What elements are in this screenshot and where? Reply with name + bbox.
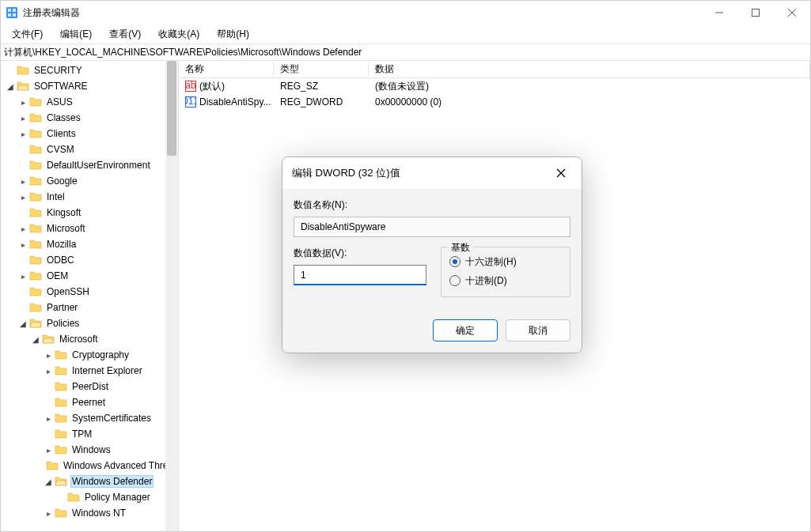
base-label: 基数 (448, 241, 473, 255)
tree-item[interactable]: ▸Windows Advanced Threat Protection (1, 458, 178, 474)
chevron-right-icon[interactable]: ▸ (17, 98, 29, 107)
chevron-down-icon[interactable]: ◢ (29, 335, 42, 344)
close-button[interactable] (774, 1, 810, 25)
chevron-right-icon[interactable]: ▸ (42, 446, 55, 455)
folder-icon (55, 443, 67, 456)
maximize-button[interactable] (737, 1, 774, 25)
chevron-down-icon[interactable]: ◢ (4, 82, 17, 91)
tree-item[interactable]: ▸Microsoft (1, 221, 178, 236)
tree-label: Classes (45, 112, 82, 123)
tree-label: Intel (45, 191, 66, 202)
tree-item[interactable]: ▸Kingsoft (1, 205, 178, 221)
tree-item[interactable]: ▸CVSM (1, 141, 178, 157)
chevron-right-icon[interactable]: ▸ (17, 272, 29, 281)
tree-item[interactable]: ▸PeerDist (1, 379, 178, 394)
tree-item[interactable]: ▸Mozilla (1, 236, 178, 252)
chevron-down-icon[interactable]: ◢ (42, 477, 55, 486)
chevron-right-icon[interactable]: ▸ (42, 509, 55, 518)
menu-item-4[interactable]: 帮助(H) (214, 26, 252, 43)
tree-item[interactable]: ▸OpenSSH (1, 284, 178, 300)
chevron-right-icon[interactable]: ▸ (42, 351, 55, 360)
value-name-field: DisableAntiSpyware (294, 217, 570, 237)
chevron-right-icon[interactable]: ▸ (42, 367, 55, 375)
tree-item[interactable]: ▸Google (1, 173, 178, 189)
tree-item[interactable]: ▸TPM (1, 426, 178, 442)
col-data[interactable]: 数据 (369, 61, 810, 77)
scrollbar-thumb[interactable] (167, 61, 176, 156)
chevron-right-icon[interactable]: ▸ (17, 193, 29, 202)
tree-item[interactable]: ▸Classes (1, 110, 178, 126)
chevron-right-icon[interactable]: ▸ (17, 240, 29, 249)
tree-item[interactable]: ▸Policy Manager (1, 489, 178, 505)
tree-item[interactable]: ◢Windows Defender (1, 474, 178, 489)
menu-item-1[interactable]: 编辑(E) (57, 26, 95, 43)
ok-button[interactable]: 确定 (433, 319, 498, 341)
tree-item[interactable]: ▸SystemCertificates (1, 410, 178, 426)
list-item[interactable]: ab(默认)REG_SZ(数值未设置) (179, 78, 810, 94)
edit-dword-dialog: 编辑 DWORD (32 位)值 数值名称(N): DisableAntiSpy… (282, 157, 582, 353)
tree-item[interactable]: ▸Internet Explorer (1, 363, 178, 379)
tree-label: SystemCertificates (70, 413, 153, 424)
chevron-right-icon[interactable]: ▸ (17, 130, 29, 138)
chevron-right-icon[interactable]: ▸ (17, 177, 29, 186)
chevron-right-icon[interactable]: ▸ (17, 224, 29, 233)
tree-label: SOFTWARE (32, 81, 89, 92)
minimize-button[interactable] (701, 1, 737, 25)
value-data-input[interactable] (294, 265, 426, 285)
radio-dec[interactable]: 十进制(D) (449, 271, 562, 290)
tree-item[interactable]: ◢SOFTWARE (1, 78, 178, 94)
value-data-label: 数值数据(V): (294, 247, 426, 260)
tree-label: ODBC (45, 255, 76, 266)
tree-item[interactable]: ▸Intel (1, 189, 178, 205)
folder-icon (55, 412, 67, 424)
tree-item[interactable]: ▸DefaultUserEnvironment (1, 157, 178, 173)
tree-panel[interactable]: ▸SECURITY◢SOFTWARE▸ASUS▸Classes▸Clients▸… (1, 61, 179, 531)
folder-icon (55, 349, 67, 361)
col-name[interactable]: 名称 (179, 61, 274, 77)
scrollbar-vertical[interactable] (165, 61, 178, 531)
chevron-right-icon[interactable]: ▸ (17, 114, 29, 123)
tree-item[interactable]: ▸OEM (1, 268, 178, 284)
tree-label: Windows Advanced Threat Protection (62, 460, 179, 471)
list-item[interactable]: 011DisableAntiSpy...REG_DWORD0x00000000 … (179, 94, 810, 110)
folder-icon (29, 270, 42, 282)
menu-item-2[interactable]: 查看(V) (106, 26, 144, 43)
titlebar: 注册表编辑器 (1, 1, 810, 25)
radio-hex[interactable]: 十六进制(H) (449, 252, 562, 271)
address-bar[interactable]: 计算机\HKEY_LOCAL_MACHINE\SOFTWARE\Policies… (1, 43, 810, 61)
tree-label: Peernet (70, 397, 107, 408)
tree-item[interactable]: ◢Policies (1, 315, 178, 331)
cancel-button[interactable]: 取消 (506, 319, 570, 341)
tree-item[interactable]: ◢Microsoft (1, 331, 178, 347)
tree-item[interactable]: ▸Windows (1, 442, 178, 458)
tree-item[interactable]: ▸Peernet (1, 394, 178, 410)
folder-icon (29, 96, 42, 108)
folder-icon (29, 111, 42, 124)
tree-item[interactable]: ▸ODBC (1, 252, 178, 268)
col-type[interactable]: 类型 (274, 61, 369, 77)
tree-item[interactable]: ▸Partner (1, 300, 178, 315)
folder-icon (17, 80, 29, 92)
string-value-icon: ab (185, 81, 196, 92)
svg-rect-6 (752, 9, 760, 17)
tree-item[interactable]: ▸Cryptography (1, 347, 178, 363)
tree-item[interactable]: ▸Clients (1, 126, 178, 141)
chevron-down-icon[interactable]: ◢ (17, 319, 29, 328)
svg-rect-2 (13, 9, 16, 12)
radio-dec-icon (449, 275, 460, 286)
tree-item[interactable]: ▸SECURITY (1, 62, 178, 78)
svg-rect-3 (8, 13, 11, 17)
tree-label: CVSM (45, 144, 76, 155)
dialog-close-button[interactable] (550, 162, 572, 184)
tree-label: Microsoft (58, 334, 100, 345)
chevron-right-icon[interactable]: ▸ (42, 414, 55, 423)
folder-icon (29, 317, 42, 330)
folder-icon (55, 364, 67, 377)
tree-label: Google (45, 175, 79, 187)
tree-item[interactable]: ▸Windows NT (1, 505, 178, 521)
menu-item-3[interactable]: 收藏夹(A) (155, 26, 203, 43)
tree-item[interactable]: ▸ASUS (1, 94, 178, 110)
menu-item-0[interactable]: 文件(F) (9, 26, 46, 43)
tree-label: OEM (45, 270, 70, 281)
folder-icon (29, 254, 42, 266)
